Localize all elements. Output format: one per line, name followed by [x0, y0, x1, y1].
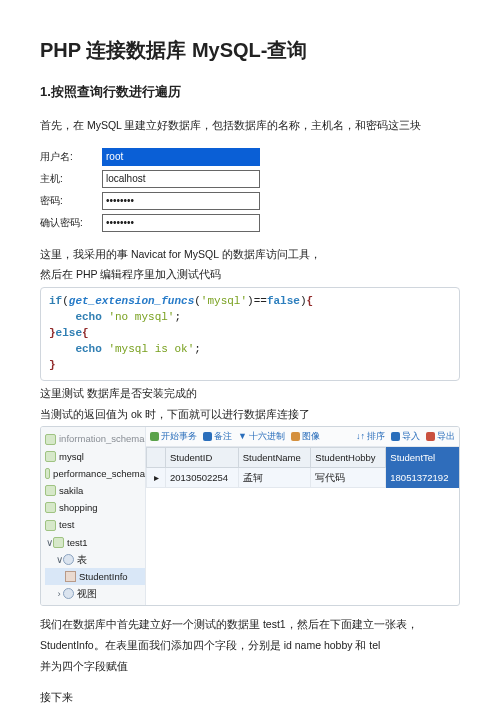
memo-icon — [203, 432, 212, 441]
password-input[interactable]: •••••••• — [102, 192, 260, 210]
start-transaction-button[interactable]: 开始事务 — [150, 429, 197, 443]
folder-icon — [63, 554, 74, 565]
row-pointer-icon: ▸ — [147, 468, 166, 488]
password-label: 密码: — [40, 193, 102, 209]
body-text: 这里测试 数据库是否安装完成的 — [40, 385, 460, 402]
cell-selected[interactable]: 18051372192 — [386, 468, 459, 488]
table-icon — [65, 571, 76, 582]
tree-item[interactable]: test — [45, 516, 145, 533]
tree-item[interactable]: ›视图 — [45, 585, 145, 602]
body-text: 当测试的返回值为 ok 时，下面就可以进行数据库连接了 — [40, 406, 460, 423]
import-button[interactable]: 导入 — [391, 429, 420, 443]
user-label: 用户名: — [40, 149, 102, 165]
export-button[interactable]: 导出 — [426, 429, 455, 443]
tree-item[interactable]: sakila — [45, 482, 145, 499]
cell[interactable]: 写代码 — [311, 468, 386, 488]
tree-item[interactable]: performance_schema — [45, 465, 145, 482]
database-icon — [45, 485, 56, 496]
toolbar: 开始事务 备注 ▼十六进制 图像 ↓↑排序 导入 导出 — [146, 427, 459, 446]
host-input[interactable]: localhost — [102, 170, 260, 188]
intro-text: 首先，在 MySQL 里建立好数据库，包括数据库的名称，主机名，和密码这三块 — [40, 117, 460, 134]
host-label: 主机: — [40, 171, 102, 187]
body-text: 并为四个字段赋值 — [40, 658, 460, 675]
col-header[interactable]: StudentID — [166, 447, 239, 467]
confirm-password-input[interactable]: •••••••• — [102, 214, 260, 232]
tree-item[interactable]: mysql — [45, 448, 145, 465]
confirm-password-label: 确认密码: — [40, 215, 102, 231]
db-tree: information_schema mysql performance_sch… — [41, 427, 146, 605]
body-text: 这里，我采用的事 Navicat for MySQL 的数据库访问工具， — [40, 246, 460, 263]
table-row[interactable]: ▸ 20130502254 孟轲 写代码 18051372192 — [147, 468, 459, 488]
col-header-selected[interactable]: StudentTel — [386, 447, 459, 467]
database-icon — [45, 502, 56, 513]
body-text: 接下来 — [40, 689, 460, 706]
code-snippet: if(get_extension_funcs('mysql')==false){… — [40, 287, 460, 381]
database-icon — [45, 520, 56, 531]
import-icon — [391, 432, 400, 441]
col-header[interactable]: StudentName — [238, 447, 311, 467]
connection-form: 用户名: root 主机: localhost 密码: •••••••• 确认密… — [40, 148, 460, 232]
hex-button[interactable]: ▼十六进制 — [238, 429, 285, 443]
data-grid: StudentID StudentName StudentHobby Stude… — [146, 447, 459, 488]
sort-button[interactable]: ↓↑排序 — [356, 429, 385, 443]
user-input[interactable]: root — [102, 148, 260, 166]
database-icon — [45, 434, 56, 445]
database-icon — [45, 451, 56, 462]
tree-item[interactable]: ∨test1 — [45, 534, 145, 551]
col-header[interactable]: StudentHobby — [311, 447, 386, 467]
section-heading: 1.按照查询行数进行遍历 — [40, 82, 460, 103]
body-text: 然后在 PHP 编辑程序里加入测试代码 — [40, 266, 460, 283]
play-icon — [150, 432, 159, 441]
page-title: PHP 连接数据库 MySQL-查询 — [40, 34, 460, 66]
folder-icon — [63, 588, 74, 599]
database-icon — [53, 537, 64, 548]
database-icon — [45, 468, 50, 479]
export-icon — [426, 432, 435, 441]
body-text: 我们在数据库中首先建立好一个测试的数据里 test1，然后在下面建立一张表， — [40, 616, 460, 633]
tree-item-selected[interactable]: StudentInfo — [45, 568, 145, 585]
image-icon — [291, 432, 300, 441]
cell[interactable]: 孟轲 — [238, 468, 311, 488]
navicat-window: information_schema mysql performance_sch… — [40, 426, 460, 606]
tree-item[interactable]: ∨表 — [45, 551, 145, 568]
tree-item[interactable]: shopping — [45, 499, 145, 516]
tree-item[interactable]: information_schema — [45, 430, 145, 447]
cell[interactable]: 20130502254 — [166, 468, 239, 488]
memo-button[interactable]: 备注 — [203, 429, 232, 443]
image-button[interactable]: 图像 — [291, 429, 320, 443]
body-text: StudentInfo。在表里面我们添加四个字段，分别是 id name hob… — [40, 637, 460, 654]
